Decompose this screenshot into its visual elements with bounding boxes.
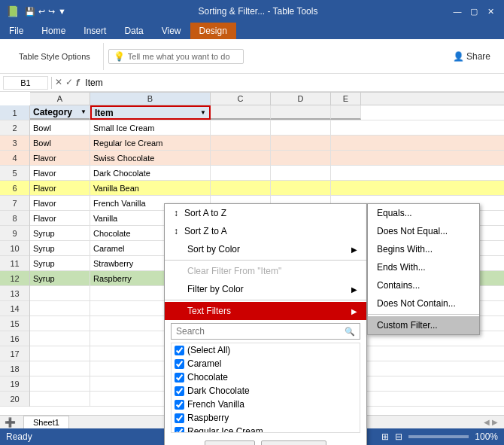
cancel-button[interactable]: Cancel — [261, 440, 326, 445]
cell-c2[interactable] — [211, 120, 271, 135]
cell-a7[interactable]: Flavor — [30, 196, 90, 210]
custom-filter-item[interactable]: Custom Filter... — [368, 316, 479, 334]
add-sheet-button[interactable]: ➕ — [0, 416, 20, 429]
maximize-button[interactable]: ▢ — [466, 4, 481, 19]
cell-c1[interactable] — [211, 105, 271, 120]
tab-design[interactable]: Design — [190, 23, 236, 39]
cell-c6[interactable] — [211, 181, 271, 195]
cell-a12[interactable]: Syrup — [30, 271, 90, 285]
checkbox-french-vanilla-input[interactable] — [175, 400, 184, 410]
cell-a5[interactable]: Flavor — [30, 166, 90, 180]
checkbox-raspberry-input[interactable] — [175, 413, 184, 423]
row-header-9[interactable]: 9 — [0, 226, 29, 241]
cell-b2[interactable]: Small Ice Cream — [90, 120, 211, 135]
ribbon-button-1[interactable]: Table Style Options — [12, 50, 97, 63]
checkbox-french-vanilla[interactable]: French Vanilla — [172, 398, 360, 411]
cell-a17[interactable] — [30, 346, 90, 361]
row-header-19[interactable]: 19 — [0, 376, 29, 392]
save-icon[interactable]: 💾 — [25, 7, 35, 17]
row-header-8[interactable]: 8 — [0, 211, 29, 226]
cell-b1[interactable]: Item ▼ — [90, 105, 211, 120]
cell-b5[interactable]: Dark Chocolate — [90, 166, 211, 180]
cell-c5[interactable] — [211, 166, 271, 180]
sort-az-item[interactable]: ↕ Sort A to Z — [165, 204, 366, 222]
cell-a20[interactable] — [30, 392, 90, 406]
row-header-11[interactable]: 11 — [0, 256, 29, 271]
checkbox-dark-chocolate[interactable]: Dark Chocolate — [172, 384, 360, 398]
row-header-5[interactable]: 5 — [0, 166, 29, 181]
row-header-1[interactable]: 1 — [0, 105, 29, 120]
row-header-20[interactable]: 20 — [0, 392, 29, 407]
cell-d2[interactable] — [271, 120, 331, 135]
tell-me-box[interactable]: 💡 Tell me what you want to do — [108, 49, 244, 64]
checkbox-dark-chocolate-input[interactable] — [175, 386, 184, 396]
cell-reference[interactable] — [3, 76, 48, 90]
text-filters-item[interactable]: Text Filters ▶ — [165, 302, 366, 320]
cell-d6[interactable] — [271, 181, 331, 195]
cell-b3[interactable]: Regular Ice Cream — [90, 136, 211, 150]
cell-d5[interactable] — [271, 166, 331, 180]
cell-a4[interactable]: Flavor — [30, 151, 90, 165]
cell-c3[interactable] — [211, 136, 271, 150]
cell-b4[interactable]: Swiss Chocolate — [90, 151, 211, 165]
tab-home[interactable]: Home — [32, 23, 74, 39]
minimize-button[interactable]: — — [450, 4, 465, 19]
cell-a2[interactable]: Bowl — [30, 120, 90, 135]
cell-a18[interactable] — [30, 361, 90, 376]
redo-icon[interactable]: ↪ — [48, 7, 55, 17]
row-header-4[interactable]: 4 — [0, 151, 29, 166]
insert-function-icon[interactable]: f — [76, 77, 79, 88]
checkbox-caramel-input[interactable] — [175, 359, 184, 369]
sort-by-color-item[interactable]: Sort by Color ▶ — [165, 240, 366, 258]
row-header-2[interactable]: 2 — [0, 120, 29, 136]
cell-a6[interactable]: Flavor — [30, 181, 90, 195]
checkbox-chocolate-input[interactable] — [175, 373, 184, 383]
share-button[interactable]: 👤 Share — [445, 50, 498, 63]
checkbox-raspberry[interactable]: Raspberry — [172, 411, 360, 425]
begins-with-item[interactable]: Begins With... — [368, 240, 479, 258]
cell-a3[interactable]: Bowl — [30, 136, 90, 150]
row-header-12[interactable]: 12 — [0, 271, 29, 286]
row-header-10[interactable]: 10 — [0, 241, 29, 256]
col-header-a[interactable]: A — [30, 93, 90, 105]
tab-data[interactable]: Data — [115, 23, 152, 39]
col-header-c[interactable]: C — [211, 93, 271, 105]
ends-with-item[interactable]: Ends With... — [368, 258, 479, 276]
row-header-17[interactable]: 17 — [0, 346, 29, 361]
cell-a15[interactable] — [30, 316, 90, 331]
page-break-icon[interactable]: ⊟ — [395, 431, 402, 442]
sheet-tab-sheet1[interactable]: Sheet1 — [23, 416, 69, 428]
checkbox-select-all-input[interactable] — [175, 346, 184, 355]
col-header-d[interactable]: D — [271, 93, 331, 105]
tab-insert[interactable]: Insert — [74, 23, 115, 39]
cell-c4[interactable] — [211, 151, 271, 165]
checkbox-chocolate[interactable]: Chocolate — [172, 370, 360, 384]
item-dropdown-icon[interactable]: ▼ — [200, 109, 206, 116]
checkbox-regular-ice-cream-input[interactable] — [175, 427, 184, 434]
search-input[interactable] — [172, 324, 340, 339]
row-header-13[interactable]: 13 — [0, 286, 29, 301]
row-header-16[interactable]: 16 — [0, 331, 29, 346]
does-not-equal-item[interactable]: Does Not Equal... — [368, 222, 479, 240]
checkbox-regular-ice-cream[interactable]: Regular Ice Cream — [172, 425, 360, 433]
cell-a10[interactable]: Syrup — [30, 241, 90, 255]
zoom-slider[interactable] — [408, 435, 469, 438]
tab-file[interactable]: File — [0, 23, 32, 39]
cell-d4[interactable] — [271, 151, 331, 165]
quick-access-icon[interactable]: ▼ — [58, 7, 66, 16]
col-header-b[interactable]: B — [90, 93, 211, 105]
contains-item[interactable]: Contains... — [368, 276, 479, 294]
cell-b6[interactable]: Vanilla Bean — [90, 181, 211, 195]
ok-button[interactable]: OK — [205, 440, 255, 445]
cell-a14[interactable] — [30, 301, 90, 315]
cell-a8[interactable]: Flavor — [30, 211, 90, 225]
filter-by-color-item[interactable]: Filter by Color ▶ — [165, 280, 366, 298]
checkbox-select-all[interactable]: (Select All) — [172, 343, 360, 357]
tab-view[interactable]: View — [153, 23, 190, 39]
undo-icon[interactable]: ↩ — [38, 7, 45, 17]
cell-a13[interactable] — [30, 286, 90, 300]
cell-e1[interactable] — [331, 105, 361, 120]
row-header-18[interactable]: 18 — [0, 361, 29, 376]
formula-input[interactable] — [82, 76, 501, 90]
cell-d1[interactable] — [271, 105, 331, 120]
